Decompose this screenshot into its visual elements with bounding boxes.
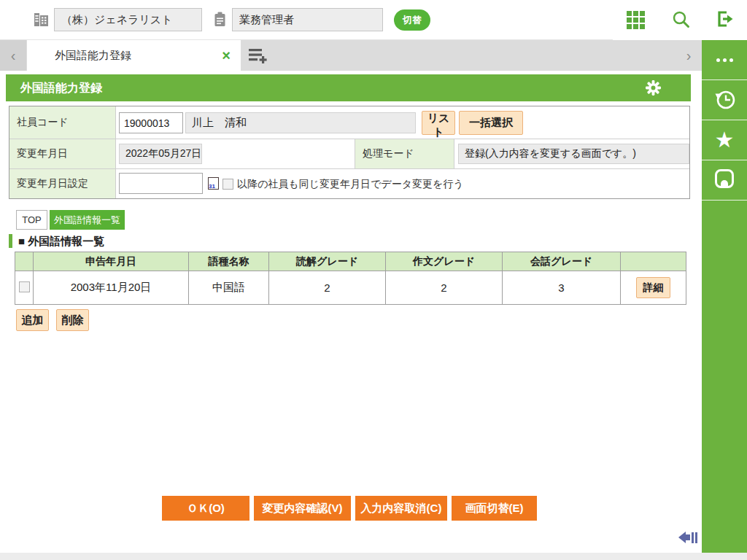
section-accent-bar	[9, 234, 12, 248]
cell-report-date: 2003年11月20日	[34, 271, 189, 305]
cell-detail: 詳細	[621, 271, 686, 305]
role-field[interactable]	[232, 8, 383, 31]
employee-code-input[interactable]	[119, 112, 183, 133]
apps-grid-icon	[627, 11, 645, 29]
cell-reading-grade: 2	[269, 271, 386, 305]
page-header: 外国語能力登録	[6, 74, 691, 101]
registration-form: 社員コード 川上 清和 リスト 一括選択 変更年月日 2022年05月27日 処…	[9, 106, 690, 199]
subtab-language-list[interactable]: 外国語情報一覧	[50, 210, 125, 230]
settings-gear-icon[interactable]	[645, 79, 662, 98]
memo-button[interactable]	[702, 160, 747, 201]
tab-next-button[interactable]: ›	[676, 40, 702, 71]
row-checkbox[interactable]	[19, 281, 30, 292]
search-icon	[671, 9, 691, 31]
cell-speaking-grade: 3	[503, 271, 621, 305]
header-checkbox-col	[15, 252, 34, 271]
apps-menu-button[interactable]	[613, 0, 658, 40]
history-icon	[713, 87, 737, 114]
collapse-left-arrow-icon[interactable]	[678, 532, 697, 543]
logout-icon	[715, 9, 735, 31]
logout-button[interactable]	[702, 0, 747, 40]
section-title: ■ 外国語情報一覧	[18, 234, 104, 248]
add-button[interactable]: 追加	[16, 309, 49, 331]
favorites-star-icon: ★	[715, 129, 735, 151]
new-tab-icon[interactable]	[248, 47, 268, 66]
calendar-number: 31	[209, 183, 215, 190]
tab-prev-button[interactable]: ‹	[0, 40, 26, 71]
more-menu-button[interactable]	[702, 40, 747, 80]
delete-button[interactable]: 削除	[56, 309, 89, 331]
change-date-setting-row: 変更年月日設定 31 以降の社員も同じ変更年月日でデータ変更を行う	[9, 169, 689, 198]
screen-switch-button[interactable]: 画面切替(E)	[452, 496, 537, 521]
header-writing-grade: 作文グレード	[386, 252, 503, 271]
right-sidebar: ★	[702, 40, 747, 553]
cancel-input-button[interactable]: 入力内容取消(C)	[355, 496, 447, 521]
top-bar: 切替	[0, 0, 747, 40]
tab-close-icon[interactable]: ×	[219, 40, 233, 71]
switch-button[interactable]: 切替	[394, 9, 430, 31]
cell-language-name: 中国語	[189, 271, 269, 305]
footer-button-bar: ＯＫ(O) 変更内容確認(V) 入力内容取消(C) 画面切替(E)	[162, 496, 537, 521]
apply-to-later-employees-checkbox[interactable]	[222, 179, 233, 190]
employee-code-label: 社員コード	[9, 106, 116, 139]
subtab-top[interactable]: TOP	[16, 210, 47, 230]
company-building-icon	[34, 12, 50, 31]
tab-bar: ‹ 外国語能力登録 × ›	[0, 40, 702, 71]
header-speaking-grade: 会話グレード	[503, 252, 621, 271]
header-reading-grade: 読解グレード	[269, 252, 386, 271]
confirm-changes-button[interactable]: 変更内容確認(V)	[254, 496, 351, 521]
detail-button[interactable]: 詳細	[636, 277, 670, 298]
search-button[interactable]	[658, 0, 703, 40]
active-tab[interactable]: 外国語能力登録 ×	[27, 40, 241, 71]
change-date-setting-input[interactable]	[119, 173, 203, 194]
table-header-row: 申告年月日 語種名称 読解グレード 作文グレード 会話グレード	[15, 252, 686, 271]
change-date-label: 変更年月日	[9, 139, 116, 168]
language-table: 申告年月日 語種名称 読解グレード 作文グレード 会話グレード 2003年11月…	[15, 252, 686, 305]
employee-code-row: 社員コード 川上 清和 リスト 一括選択	[9, 106, 689, 139]
tab-label: 外国語能力登録	[55, 40, 131, 71]
calendar-icon[interactable]: 31	[208, 177, 219, 190]
change-date-field: 2022年05月27日	[119, 144, 202, 164]
header-report-date: 申告年月日	[34, 252, 189, 271]
ok-button[interactable]: ＯＫ(O)	[162, 496, 249, 521]
process-mode-field: 登録(入力内容を変更する画面です。)	[458, 144, 689, 164]
more-icon	[716, 58, 733, 62]
role-clipboard-icon	[214, 12, 227, 31]
app-screen: 切替 ‹ 外国語能力登録 × › 外国語能力登録	[0, 0, 747, 560]
bulk-select-button[interactable]: 一括選択	[459, 111, 523, 135]
header-language-name: 語種名称	[189, 252, 269, 271]
change-date-row: 変更年月日 2022年05月27日 処理モード 登録(入力内容を変更する画面です…	[9, 139, 689, 169]
header-detail-col	[621, 252, 686, 271]
memo-tray-icon	[714, 168, 735, 192]
history-button[interactable]	[702, 80, 747, 120]
process-mode-label: 処理モード	[355, 139, 454, 168]
employee-name-field: 川上 清和	[185, 112, 416, 133]
bottom-scroll-strip[interactable]	[0, 553, 747, 560]
favorites-button[interactable]: ★	[702, 120, 747, 160]
change-date-setting-label: 変更年月日設定	[9, 169, 116, 198]
apply-to-later-employees-label: 以降の社員も同じ変更年月日でデータ変更を行う	[237, 169, 464, 198]
table-row: 2003年11月20日 中国語 2 2 3 詳細	[15, 271, 686, 305]
page-title: 外国語能力登録	[20, 74, 102, 101]
cell-writing-grade: 2	[386, 271, 503, 305]
row-checkbox-cell	[15, 271, 34, 305]
list-button[interactable]: リスト	[422, 111, 455, 135]
company-field[interactable]	[54, 8, 202, 31]
